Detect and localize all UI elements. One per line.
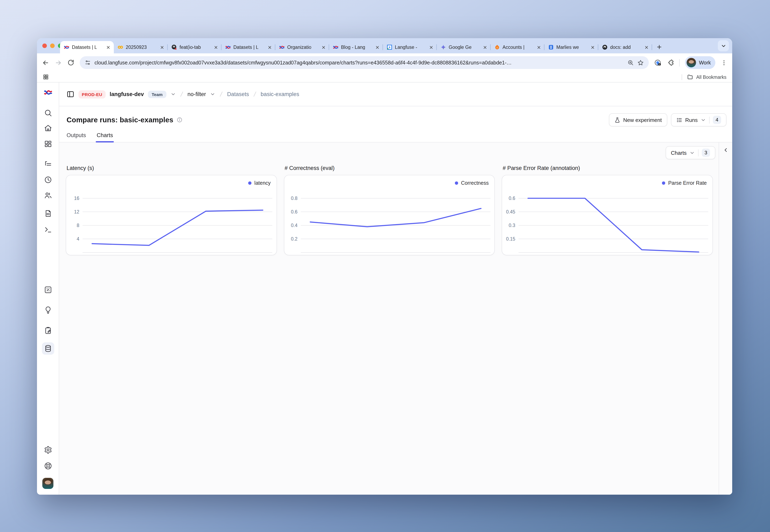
browser-tab[interactable]: 6Langfuse - [383,41,437,53]
new-tab-button[interactable] [654,41,664,52]
sidebar-item-sessions[interactable] [42,174,54,186]
tab-close-button[interactable] [159,44,165,50]
reload-button[interactable] [67,59,74,66]
runs-count-badge: 4 [713,116,721,124]
tab-outputs[interactable]: Outputs [67,132,86,142]
sidebar-item-prompts[interactable] [42,207,54,220]
sessions-icon [44,176,52,184]
site-settings-icon[interactable] [85,60,91,66]
arrow-left-icon [42,59,49,66]
chevron-left-icon [723,147,729,153]
svg-text:8: 8 [77,223,79,228]
back-button[interactable] [42,59,49,66]
annotation-icon [44,326,52,335]
settings-button[interactable] [44,446,52,454]
browser-menu-button[interactable] [721,59,727,66]
sidebar-item-users[interactable] [42,189,54,202]
tab-close-button[interactable] [374,44,380,50]
sidebar-item-dashboards[interactable] [42,138,54,150]
browser-tab[interactable]: Blog - Lang [329,41,383,53]
apps-grid-button[interactable] [43,74,49,80]
search-icon [44,109,52,117]
svg-text:0.2: 0.2 [291,236,297,242]
breadcrumb-dataset-link[interactable]: basic-examples [261,91,299,97]
runs-label: Runs [685,117,698,123]
address-bar[interactable]: cloud.langfuse.com/project/cmfwgv8fx002o… [80,56,649,69]
app-main: PROD-EU langfuse-dev Team / no-filter / … [59,83,732,495]
tab-close-button[interactable] [536,44,541,50]
page-header: Compare runs: basic-examples New experim… [59,106,732,128]
org-switcher-button[interactable] [170,92,176,97]
browser-tab[interactable]: 20250923 [114,41,167,53]
tab-close-button[interactable] [482,44,488,50]
button-divider [709,116,710,123]
window-close-button[interactable] [42,44,47,48]
org-name[interactable]: langfuse-dev [110,91,144,97]
tab-close-button[interactable] [105,44,111,50]
browser-tab[interactable]: Datasets | L [222,41,275,53]
support-button[interactable] [44,462,52,470]
tab-close-button[interactable] [428,44,434,50]
charts-filter-button[interactable]: Charts 3 [666,146,715,159]
reload-icon [67,59,74,66]
window-minimize-button[interactable] [50,44,55,48]
tab-close-button[interactable] [213,44,219,50]
svg-text:4: 4 [77,236,79,242]
close-icon [644,45,649,49]
sidebar-toggle-button[interactable] [67,90,74,98]
browser-tab[interactable]: feat(io-tab [167,41,222,53]
sidebar-item-annotation[interactable] [42,324,54,337]
tab-charts[interactable]: Charts [97,132,113,142]
password-manager-icon [654,59,662,66]
bookmark-star-icon[interactable] [637,59,644,66]
charts-filter-label: Charts [671,150,687,156]
browser-tab[interactable]: Organizatio [275,41,329,53]
tab-close-button[interactable] [590,44,596,50]
close-icon [429,45,433,49]
runs-dropdown-button[interactable]: Runs 4 [671,113,726,126]
collapse-panel-button[interactable] [723,147,729,495]
sidebar-item-evaluation[interactable] [42,304,54,316]
breadcrumb-datasets-link[interactable]: Datasets [227,91,249,97]
sidebar-item-datasets[interactable] [42,342,54,355]
user-avatar[interactable] [42,478,53,489]
project-switcher-button[interactable] [210,92,215,97]
chevron-down-icon [701,117,706,123]
svg-text:12: 12 [74,209,79,214]
profile-button[interactable]: Work [685,56,715,69]
new-experiment-button[interactable]: New experiment [609,113,667,126]
browser-tab[interactable]: Datasets | L [60,41,114,53]
chart-column: # Correctness (eval)Correctness0.20.40.6… [284,164,495,255]
langfuse-logo[interactable] [43,88,52,97]
tab-close-button[interactable] [644,44,649,50]
zoom-page-icon[interactable] [628,60,634,66]
sidebar-item-tracing[interactable] [42,158,54,170]
kebab-menu-icon [721,59,727,66]
users-icon [44,191,52,199]
forward-button[interactable] [55,59,62,66]
sidebar-item-playground[interactable] [42,223,54,236]
tab-close-button[interactable] [321,44,326,50]
password-manager-extension-button[interactable] [654,59,662,66]
sidebar-item-scores[interactable] [42,284,54,296]
browser-window: Datasets | L20250923feat(io-tabDatasets … [37,38,732,495]
plus-icon [656,44,662,50]
browser-tab[interactable]: Accounts | [491,41,544,53]
datasets-icon [44,344,52,353]
info-icon[interactable] [176,117,182,123]
all-bookmarks-label: All Bookmarks [696,75,726,79]
tab-close-button[interactable] [267,44,273,50]
browser-tab[interactable]: docs: add [598,41,652,53]
tab-list-chevron-button[interactable] [718,40,729,51]
browser-tab[interactable]: Marlies we [544,41,598,53]
bookmarks-bar: All Bookmarks [37,72,732,83]
gemini-icon [440,44,446,50]
all-bookmarks-button[interactable]: All Bookmarks [682,74,726,80]
sidebar-item-home[interactable] [42,122,54,134]
project-name[interactable]: no-filter [187,91,206,97]
button-divider [698,149,699,156]
browser-tab[interactable]: Google Ge [437,41,491,53]
extensions-button[interactable] [667,59,674,66]
sidebar-item-search[interactable] [42,107,54,119]
url-text[interactable]: cloud.langfuse.com/project/cmfwgv8fx002o… [94,60,624,65]
